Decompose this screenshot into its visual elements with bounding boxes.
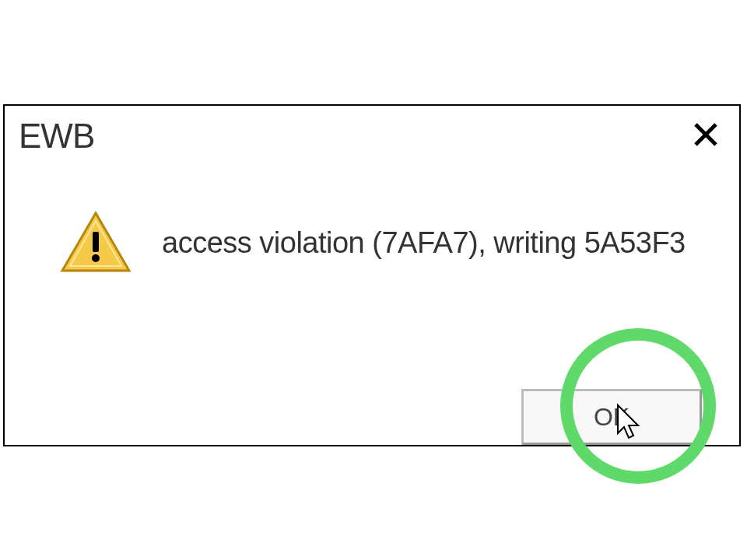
ok-button[interactable]: OK <box>521 389 702 445</box>
close-button[interactable] <box>691 121 721 151</box>
dialog-body: access violation (7AFA7), writing 5A53F3 <box>5 163 739 291</box>
svg-rect-4 <box>93 232 99 252</box>
error-message: access violation (7AFA7), writing 5A53F3 <box>162 226 686 260</box>
svg-point-5 <box>92 254 100 262</box>
button-row: OK <box>521 389 702 445</box>
dialog-title: EWB <box>19 117 94 156</box>
warning-icon <box>59 210 132 275</box>
ok-button-label: OK <box>594 403 630 432</box>
close-icon <box>693 121 719 151</box>
titlebar: EWB <box>5 106 739 163</box>
error-dialog: EWB access violation (7AFA7), writing 5A… <box>3 104 741 446</box>
